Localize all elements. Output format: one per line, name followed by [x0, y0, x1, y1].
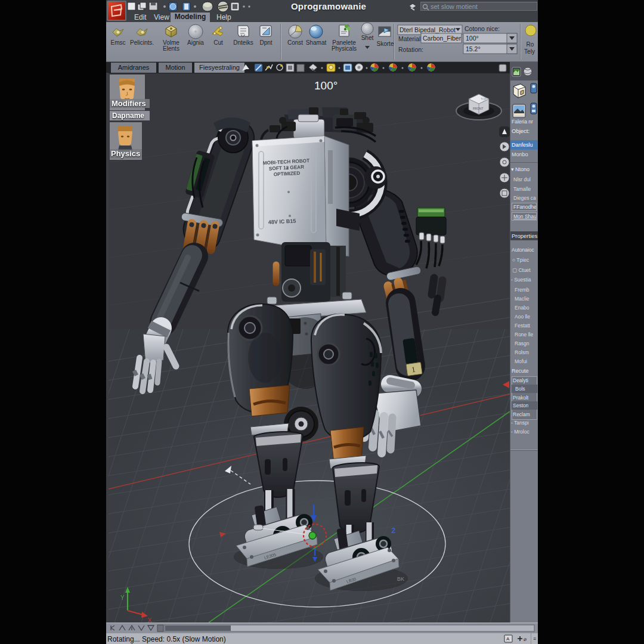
svg-text:Dpnt: Dpnt: [259, 39, 272, 46]
svg-text:Shamat: Shamat: [306, 39, 327, 46]
svg-text:Rotation:: Rotation:: [398, 46, 423, 53]
svg-text:100°: 100°: [466, 35, 479, 42]
svg-text:2: 2: [391, 526, 395, 535]
svg-text:X: X: [148, 617, 152, 623]
svg-text:Dterl Bipedal_Robot: Dterl Bipedal_Robot: [400, 26, 456, 33]
svg-text:Ro: Ro: [527, 41, 534, 48]
svg-text:≡: ≡: [533, 636, 536, 642]
svg-text:A: A: [506, 636, 510, 642]
svg-text:Cotono nice:: Cotono nice:: [465, 25, 500, 32]
svg-text:Pelicints.: Pelicints.: [130, 39, 154, 46]
svg-text:TOP: TOP: [481, 97, 487, 101]
svg-text:Elents: Elents: [163, 45, 179, 52]
svg-text:Aignia: Aignia: [187, 39, 204, 46]
svg-text:Emsc: Emsc: [111, 39, 126, 46]
svg-text:Const: Const: [287, 39, 303, 46]
svg-text:100°: 100°: [314, 79, 338, 92]
svg-text:BK: BK: [397, 576, 404, 582]
svg-text:Shet: Shet: [361, 35, 374, 41]
svg-text:Cut: Cut: [213, 39, 223, 46]
svg-text:⌀: ⌀: [524, 636, 527, 642]
svg-text:Dnteiks: Dnteiks: [233, 39, 253, 46]
svg-text:FRONT: FRONT: [473, 107, 483, 110]
svg-text:Physicals: Physicals: [332, 45, 357, 52]
svg-text:Carbon_Fiber: Carbon_Fiber: [423, 35, 462, 42]
svg-text:Material: Material: [398, 35, 420, 42]
svg-text:Y: Y: [120, 595, 125, 601]
svg-text:Skorte: Skorte: [377, 41, 394, 47]
svg-text:Tely: Tely: [524, 48, 535, 55]
svg-text:15.2°: 15.2°: [466, 45, 481, 52]
